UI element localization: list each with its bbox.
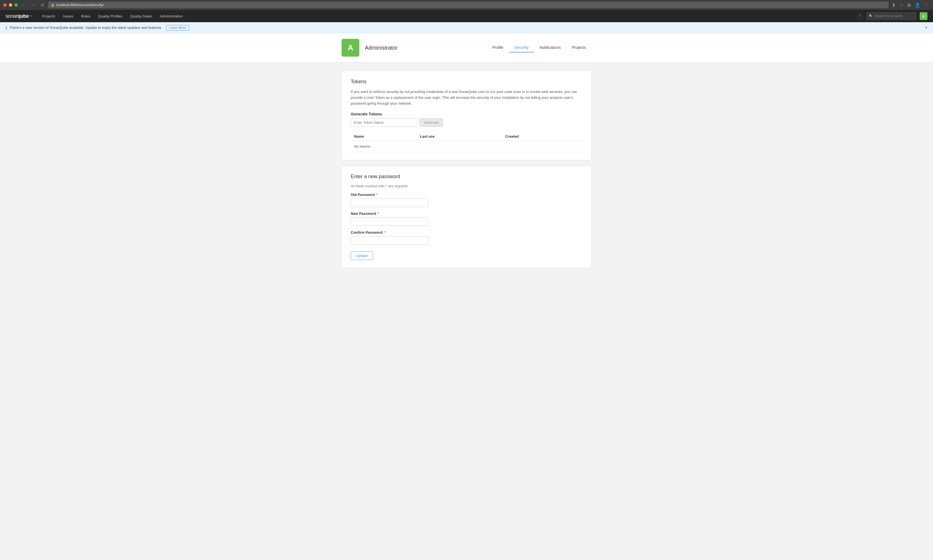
tokens-title: Tokens [351,79,582,85]
nav-links: Projects Issues Rules Quality Profiles Q… [39,10,856,22]
password-title: Enter a new password [351,174,582,180]
browser-minimize-btn[interactable] [9,3,12,7]
confirm-password-group: Confirm Password * [351,230,582,245]
security-icon: 🔒 [51,3,55,7]
nav-issues[interactable]: Issues [60,10,77,22]
search-box[interactable]: 🔍 Search for projects... [866,12,916,20]
generate-tokens-label: Generate Tokens [351,112,582,116]
nav-right: ? 🔍 Search for projects... A [856,12,927,20]
new-password-group: New Password * [351,211,582,226]
new-password-label: New Password * [351,211,582,215]
logo-text: sonarqube~ [6,13,32,19]
address-bar[interactable]: 🔒 localhost:8084/account/security/ [48,2,888,8]
profile-tabs: Profile Security Notifications Projects [487,43,591,52]
generate-button[interactable]: Generate [419,118,443,126]
required-note: All fields marked with * are required [351,184,582,188]
nav-quality-gates[interactable]: Quality Gates [127,10,156,22]
info-icon: ℹ [6,25,7,30]
col-created: Created [502,132,582,141]
nav-administration[interactable]: Administration [157,10,186,22]
browser-actions: ⬇ ☆ ⊞ 👤 ⋮ [891,2,930,8]
help-button[interactable]: ? [856,13,863,19]
token-name-input[interactable] [351,118,417,126]
required-star-new: * [377,211,379,215]
search-icon: 🔍 [869,14,873,18]
password-card: Enter a new password All fields marked w… [342,166,591,268]
browser-forward-btn[interactable]: → [29,2,37,8]
nav-quality-profiles[interactable]: Quality Profiles [95,10,125,22]
update-button[interactable]: Update [351,251,373,260]
sonarqube-logo[interactable]: sonarqube~ [6,13,32,19]
url-text: localhost:8084/account/security/ [56,3,104,7]
new-password-input[interactable] [351,217,429,226]
browser-close-btn[interactable] [3,3,7,7]
banner-message: There's a new version of SonarQube avail… [9,26,162,30]
old-password-group: Old Password * [351,192,582,207]
search-placeholder: Search for projects... [875,14,905,18]
learn-more-button[interactable]: Learn More [166,25,189,31]
tokens-table: Name Last use Created No tokens [351,132,582,152]
browser-back-btn[interactable]: ← [20,2,28,8]
nav-rules[interactable]: Rules [78,10,94,22]
banner-close-button[interactable]: × [925,25,927,30]
user-avatar-large: A [342,39,359,57]
tab-security[interactable]: Security [509,43,534,52]
browser-navigation: ← → ↺ [20,2,46,8]
menu-icon[interactable]: ⋮ [923,2,930,8]
no-tokens-text: No tokens [351,141,582,152]
bookmark-icon[interactable]: ☆ [898,2,904,8]
tab-projects[interactable]: Projects [566,43,591,52]
main-content: A Administrator Profile Security Notific… [0,33,933,560]
required-star-old: * [375,192,378,197]
profile-header: A Administrator Profile Security Notific… [0,33,933,62]
top-nav: sonarqube~ Projects Issues Rules Quality… [0,10,933,22]
browser-maximize-btn[interactable] [14,3,18,7]
content-area: Tokens If you want to enforce security b… [342,71,591,268]
old-password-input[interactable] [351,198,429,207]
tokens-card: Tokens If you want to enforce security b… [342,71,591,160]
browser-chrome: ← → ↺ 🔒 localhost:8084/account/security/… [0,0,933,10]
no-tokens-row: No tokens [351,141,582,152]
nav-projects[interactable]: Projects [39,10,59,22]
col-last-use: Last use [417,132,502,141]
required-star-confirm: * [383,230,386,234]
old-password-label: Old Password * [351,192,582,197]
tab-notifications[interactable]: Notifications [534,43,566,52]
col-name: Name [351,132,417,141]
confirm-password-input[interactable] [351,236,429,245]
token-input-row: Generate [351,118,582,126]
profile-icon[interactable]: 👤 [914,2,921,8]
update-banner: ℹ There's a new version of SonarQube ava… [0,22,933,33]
browser-refresh-btn[interactable]: ↺ [39,2,46,8]
tab-profile[interactable]: Profile [487,43,509,52]
confirm-password-label: Confirm Password * [351,230,582,234]
tokens-description: If you want to enforce security by not p… [351,89,582,106]
user-avatar-nav[interactable]: A [920,12,927,20]
extensions-icon[interactable]: ⊞ [906,2,912,8]
download-icon[interactable]: ⬇ [891,2,897,8]
user-name: Administrator [365,45,398,51]
